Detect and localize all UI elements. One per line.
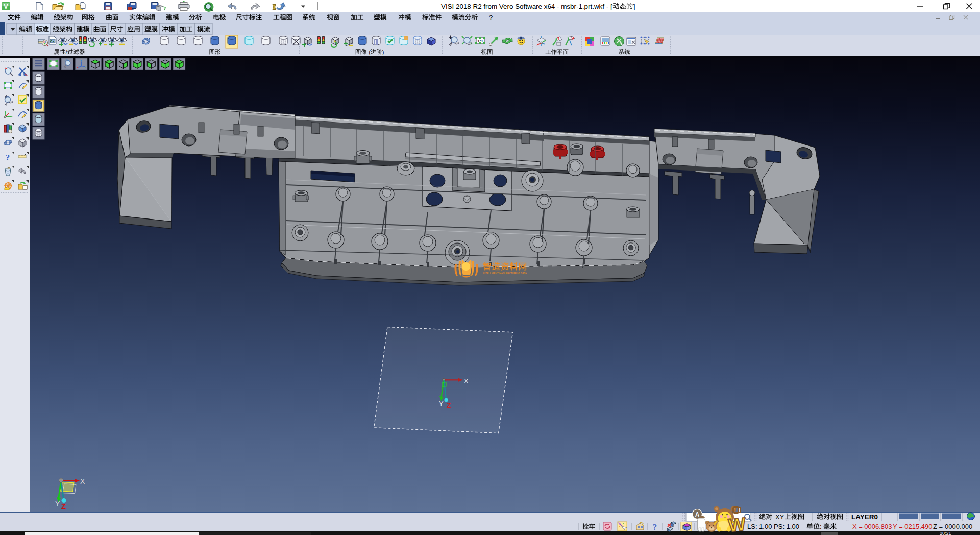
svg-text:0000.000: 0000.000	[945, 523, 972, 530]
svg-text:]: ]	[633, 3, 635, 10]
svg-text:VISI 2018 R2 from Vero Softwar: VISI 2018 R2 from Vero Software x64 - ms…	[441, 3, 612, 10]
svg-text:V: V	[4, 3, 8, 10]
svg-text:LS: 1.00 PS: 1.00: LS: 1.00 PS: 1.00	[747, 523, 799, 530]
svg-text:?: ?	[6, 153, 10, 162]
svg-text:Z: Z	[61, 502, 66, 510]
svg-text:/: /	[66, 49, 68, 55]
svg-text:Z: Z	[447, 401, 451, 409]
svg-text:Y =: Y =	[893, 523, 903, 530]
svg-text:XY: XY	[775, 513, 785, 521]
svg-text:): )	[382, 49, 384, 55]
svg-text:LAYER0: LAYER0	[851, 513, 878, 521]
svg-text:Z =: Z =	[933, 523, 943, 530]
svg-text:?: ?	[653, 522, 657, 532]
svg-text:X =: X =	[852, 523, 863, 530]
svg-text:X: X	[464, 377, 469, 385]
svg-text:?: ?	[489, 14, 493, 21]
svg-text:-0006.803: -0006.803	[862, 523, 892, 530]
svg-text:Y: Y	[439, 400, 444, 407]
svg-text::: :	[820, 523, 822, 530]
svg-text:20:21: 20:21	[940, 531, 951, 535]
svg-text:(: (	[369, 49, 371, 55]
svg-text:INTELLIGENT MANUFACTURING DATA: INTELLIGENT MANUFACTURING DATA	[483, 272, 527, 275]
svg-text:Y: Y	[55, 500, 60, 508]
svg-text:W: W	[727, 514, 746, 535]
svg-text:-0215.490: -0215.490	[902, 523, 933, 530]
svg-text:X: X	[80, 477, 85, 485]
